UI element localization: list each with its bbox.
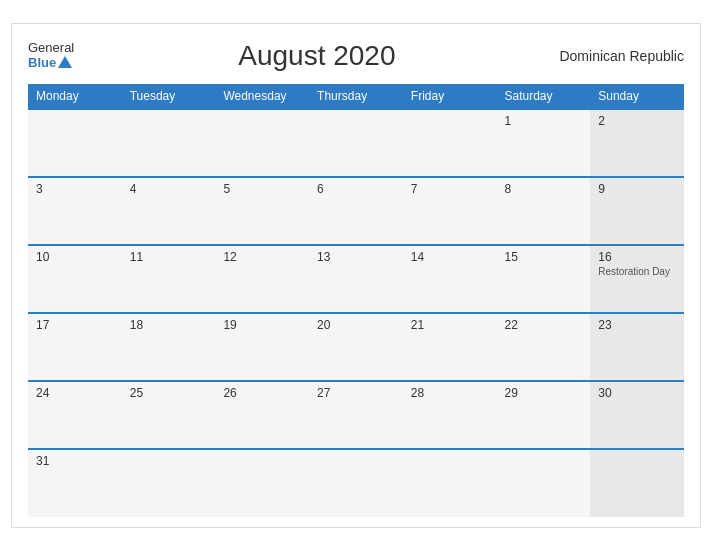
day-number: 20 bbox=[317, 318, 395, 332]
day-number: 5 bbox=[223, 182, 301, 196]
day-number: 9 bbox=[598, 182, 676, 196]
day-number: 3 bbox=[36, 182, 114, 196]
weekday-sunday: Sunday bbox=[590, 84, 684, 109]
calendar-cell: 18 bbox=[122, 313, 216, 381]
calendar-cell: 16Restoration Day bbox=[590, 245, 684, 313]
weekday-saturday: Saturday bbox=[497, 84, 591, 109]
calendar-cell bbox=[215, 449, 309, 517]
calendar-container: General Blue August 2020 Dominican Repub… bbox=[11, 23, 701, 528]
logo-blue-text: Blue bbox=[28, 55, 72, 70]
week-row-5: 31 bbox=[28, 449, 684, 517]
calendar-cell: 14 bbox=[403, 245, 497, 313]
calendar-cell: 3 bbox=[28, 177, 122, 245]
day-number: 11 bbox=[130, 250, 208, 264]
calendar-cell bbox=[590, 449, 684, 517]
calendar-cell bbox=[122, 109, 216, 177]
day-number: 31 bbox=[36, 454, 114, 468]
day-number: 24 bbox=[36, 386, 114, 400]
weekday-thursday: Thursday bbox=[309, 84, 403, 109]
day-number: 14 bbox=[411, 250, 489, 264]
day-number: 7 bbox=[411, 182, 489, 196]
calendar-cell: 12 bbox=[215, 245, 309, 313]
calendar-cell: 11 bbox=[122, 245, 216, 313]
calendar-cell: 15 bbox=[497, 245, 591, 313]
logo-triangle-icon bbox=[58, 56, 72, 68]
week-row-0: 12 bbox=[28, 109, 684, 177]
day-number: 29 bbox=[505, 386, 583, 400]
calendar-cell: 27 bbox=[309, 381, 403, 449]
calendar-thead: MondayTuesdayWednesdayThursdayFridaySatu… bbox=[28, 84, 684, 109]
week-row-1: 3456789 bbox=[28, 177, 684, 245]
calendar-cell: 25 bbox=[122, 381, 216, 449]
day-number: 25 bbox=[130, 386, 208, 400]
calendar-cell: 21 bbox=[403, 313, 497, 381]
calendar-cell: 30 bbox=[590, 381, 684, 449]
calendar-cell: 22 bbox=[497, 313, 591, 381]
calendar-cell bbox=[497, 449, 591, 517]
calendar-cell bbox=[309, 109, 403, 177]
day-number: 10 bbox=[36, 250, 114, 264]
day-event: Restoration Day bbox=[598, 266, 676, 277]
day-number: 30 bbox=[598, 386, 676, 400]
day-number: 6 bbox=[317, 182, 395, 196]
calendar-cell: 29 bbox=[497, 381, 591, 449]
calendar-country: Dominican Republic bbox=[559, 48, 684, 64]
day-number: 8 bbox=[505, 182, 583, 196]
day-number: 4 bbox=[130, 182, 208, 196]
calendar-cell: 4 bbox=[122, 177, 216, 245]
weekday-monday: Monday bbox=[28, 84, 122, 109]
week-row-3: 17181920212223 bbox=[28, 313, 684, 381]
week-row-2: 10111213141516Restoration Day bbox=[28, 245, 684, 313]
calendar-cell: 31 bbox=[28, 449, 122, 517]
calendar-cell bbox=[403, 109, 497, 177]
calendar-tbody: 12345678910111213141516Restoration Day17… bbox=[28, 109, 684, 517]
calendar-cell: 8 bbox=[497, 177, 591, 245]
weekday-wednesday: Wednesday bbox=[215, 84, 309, 109]
calendar-cell: 23 bbox=[590, 313, 684, 381]
day-number: 1 bbox=[505, 114, 583, 128]
logo: General Blue bbox=[28, 41, 74, 70]
day-number: 27 bbox=[317, 386, 395, 400]
calendar-cell bbox=[122, 449, 216, 517]
calendar-cell bbox=[403, 449, 497, 517]
week-row-4: 24252627282930 bbox=[28, 381, 684, 449]
weekday-tuesday: Tuesday bbox=[122, 84, 216, 109]
calendar-cell bbox=[215, 109, 309, 177]
calendar-cell: 20 bbox=[309, 313, 403, 381]
calendar-cell: 9 bbox=[590, 177, 684, 245]
calendar-cell: 24 bbox=[28, 381, 122, 449]
weekday-header-row: MondayTuesdayWednesdayThursdayFridaySatu… bbox=[28, 84, 684, 109]
calendar-cell: 10 bbox=[28, 245, 122, 313]
day-number: 12 bbox=[223, 250, 301, 264]
day-number: 16 bbox=[598, 250, 676, 264]
day-number: 13 bbox=[317, 250, 395, 264]
calendar-cell: 6 bbox=[309, 177, 403, 245]
day-number: 15 bbox=[505, 250, 583, 264]
calendar-cell bbox=[28, 109, 122, 177]
calendar-cell: 13 bbox=[309, 245, 403, 313]
day-number: 22 bbox=[505, 318, 583, 332]
day-number: 2 bbox=[598, 114, 676, 128]
calendar-cell: 28 bbox=[403, 381, 497, 449]
calendar-title: August 2020 bbox=[238, 40, 395, 72]
calendar-cell: 1 bbox=[497, 109, 591, 177]
day-number: 26 bbox=[223, 386, 301, 400]
calendar-header: General Blue August 2020 Dominican Repub… bbox=[28, 40, 684, 72]
calendar-cell: 7 bbox=[403, 177, 497, 245]
day-number: 23 bbox=[598, 318, 676, 332]
day-number: 18 bbox=[130, 318, 208, 332]
day-number: 17 bbox=[36, 318, 114, 332]
day-number: 19 bbox=[223, 318, 301, 332]
calendar-table: MondayTuesdayWednesdayThursdayFridaySatu… bbox=[28, 84, 684, 517]
calendar-cell: 26 bbox=[215, 381, 309, 449]
calendar-cell: 19 bbox=[215, 313, 309, 381]
day-number: 21 bbox=[411, 318, 489, 332]
calendar-cell bbox=[309, 449, 403, 517]
weekday-friday: Friday bbox=[403, 84, 497, 109]
logo-general-text: General bbox=[28, 41, 74, 55]
calendar-cell: 17 bbox=[28, 313, 122, 381]
calendar-cell: 2 bbox=[590, 109, 684, 177]
calendar-cell: 5 bbox=[215, 177, 309, 245]
day-number: 28 bbox=[411, 386, 489, 400]
